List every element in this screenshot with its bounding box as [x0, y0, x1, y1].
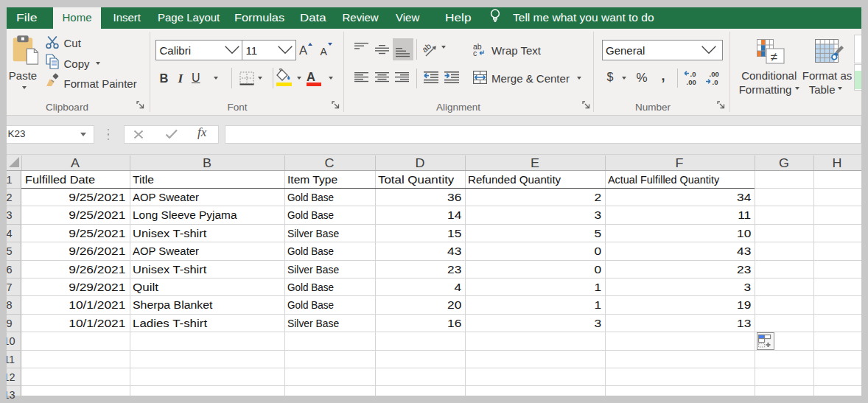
svg-text:≠: ≠	[771, 50, 777, 64]
svg-text:.0: .0	[713, 78, 718, 86]
svg-text:.00: .00	[687, 78, 696, 86]
svg-text:c: c	[473, 49, 477, 57]
svg-text:.0: .0	[690, 70, 696, 78]
svg-text:.00: .00	[710, 70, 719, 78]
svg-text:ab: ab	[423, 41, 433, 54]
